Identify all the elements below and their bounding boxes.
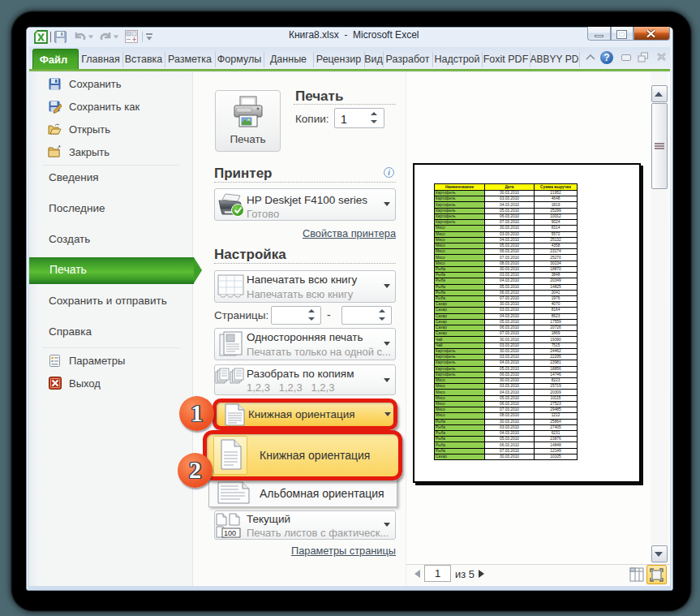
svg-text:100: 100 [224,529,236,537]
